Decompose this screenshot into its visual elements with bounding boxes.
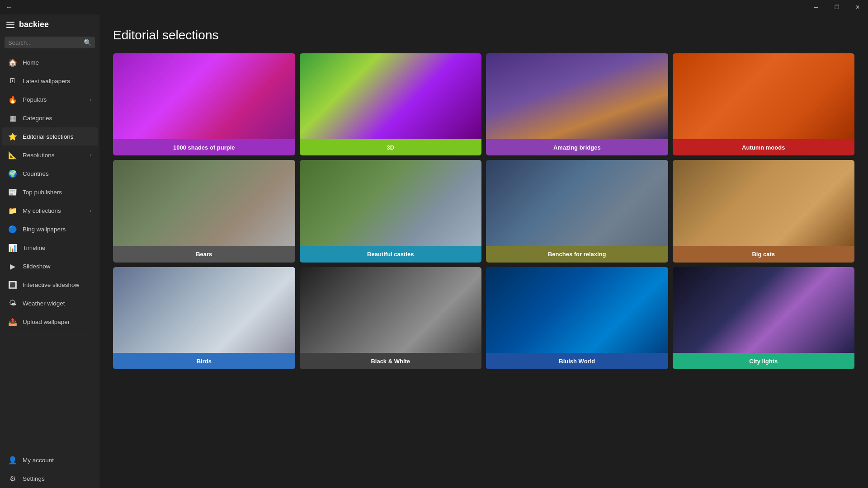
page-title: Editorial selections: [113, 28, 854, 42]
thumb-purple: [113, 53, 295, 139]
sidebar-item-home[interactable]: 🏠 Home: [2, 53, 98, 71]
sidebar-item-interactive[interactable]: 🔳 Interactive slideshow: [2, 276, 98, 294]
grid-item-birds[interactable]: Birds: [113, 267, 295, 369]
label-birds: Birds: [113, 353, 295, 369]
nav-label-editorial: Editorial selections: [23, 133, 74, 140]
sidebar-item-timeline[interactable]: 📊 Timeline: [2, 239, 98, 257]
sidebar-header: backiee: [0, 14, 99, 35]
nav-icon-bing: 🔵: [8, 225, 17, 234]
sidebar-bottom-settings[interactable]: ⚙ Settings: [2, 469, 98, 488]
thumb-bigcats: [673, 160, 855, 246]
nav-icon-latest: 🗓: [8, 76, 17, 85]
back-icon[interactable]: ←: [5, 3, 13, 11]
sidebar-item-upload[interactable]: 📤 Upload wallpaper: [2, 313, 98, 331]
nav-label-latest: Latest wallpapers: [23, 78, 70, 84]
app-title: backiee: [19, 20, 49, 29]
thumb-benches: [486, 160, 668, 246]
nav-icon-home: 🏠: [8, 58, 17, 67]
grid-item-bluish[interactable]: Bluish World: [486, 267, 668, 369]
sidebar-item-slideshow[interactable]: ▶ Slideshow: [2, 257, 98, 275]
label-3d: 3D: [300, 139, 482, 155]
thumb-3d: [300, 53, 482, 139]
nav-label-resolutions: Resolutions: [23, 152, 55, 159]
nav-icon-timeline: 📊: [8, 243, 17, 252]
grid-item-3d[interactable]: 3D: [300, 53, 482, 155]
chevron-resolutions: ›: [90, 153, 91, 158]
nav-label-top-publishers: Top publishers: [23, 189, 62, 196]
nav-icon-editorial: ⭐: [8, 132, 17, 141]
nav-icon-slideshow: ▶: [8, 262, 17, 271]
bottom-icon-settings: ⚙: [8, 474, 17, 483]
sidebar-item-bing[interactable]: 🔵 Bing wallpapers: [2, 220, 98, 238]
sidebar-item-my-collections[interactable]: 📁 My collections ›: [2, 202, 98, 220]
thumb-bridges: [486, 53, 668, 139]
sidebar-item-editorial[interactable]: ⭐ Editorial selections: [2, 127, 98, 145]
label-city: City lights: [673, 353, 855, 369]
thumb-birds: [113, 267, 295, 353]
nav-label-interactive: Interactive slideshow: [23, 282, 79, 288]
label-bears: Bears: [113, 246, 295, 263]
grid-item-bridges[interactable]: Amazing bridges: [486, 53, 668, 155]
titlebar-controls: ─ ❐ ✕: [806, 0, 868, 14]
thumb-bw: [300, 267, 482, 353]
sidebar-item-latest[interactable]: 🗓 Latest wallpapers: [2, 72, 98, 90]
grid-item-autumn[interactable]: Autumn moods: [673, 53, 855, 155]
restore-button[interactable]: ❐: [826, 0, 847, 14]
sidebar-item-top-publishers[interactable]: 📰 Top publishers: [2, 183, 98, 201]
close-button[interactable]: ✕: [847, 0, 868, 14]
nav-icon-my-collections: 📁: [8, 206, 17, 215]
bottom-label-account: My account: [23, 457, 54, 464]
nav-label-slideshow: Slideshow: [23, 263, 51, 270]
nav-label-countries: Countries: [23, 170, 49, 177]
sidebar-item-populars[interactable]: 🔥 Populars ›: [2, 90, 98, 108]
grid-item-bigcats[interactable]: Big cats: [673, 160, 855, 262]
label-bw: Black & White: [300, 353, 482, 369]
label-bigcats: Big cats: [673, 246, 855, 263]
grid-item-bw[interactable]: Black & White: [300, 267, 482, 369]
titlebar-left: ←: [5, 3, 13, 11]
chevron-my-collections: ›: [90, 208, 91, 213]
nav-label-timeline: Timeline: [23, 244, 46, 251]
minimize-button[interactable]: ─: [806, 0, 826, 14]
grid-item-castles[interactable]: Beautiful castles: [300, 160, 482, 262]
main-content: Editorial selections 1000 shades of purp…: [99, 14, 868, 488]
sidebar-bottom-account[interactable]: 👤 My account: [2, 451, 98, 469]
grid-item-city[interactable]: City lights: [673, 267, 855, 369]
sidebar-item-weather[interactable]: 🌤 Weather widget: [2, 294, 98, 312]
chevron-populars: ›: [90, 97, 91, 102]
nav-icon-upload: 📤: [8, 317, 17, 326]
nav-icon-interactive: 🔳: [8, 280, 17, 289]
bottom-icon-account: 👤: [8, 455, 17, 465]
thumb-city: [673, 267, 855, 353]
grid-item-purple[interactable]: 1000 shades of purple: [113, 53, 295, 155]
nav-icon-top-publishers: 📰: [8, 188, 17, 197]
app-layout: backiee 🔍 🏠 Home 🗓 Latest wallpapers 🔥 P…: [0, 14, 868, 488]
label-purple: 1000 shades of purple: [113, 139, 295, 155]
grid-item-benches[interactable]: Benches for relaxing: [486, 160, 668, 262]
thumb-bluish: [486, 267, 668, 353]
hamburger-icon[interactable]: [6, 22, 14, 28]
sidebar-item-categories[interactable]: ▦ Categories: [2, 109, 98, 127]
grid-item-bears[interactable]: Bears: [113, 160, 295, 262]
label-benches: Benches for relaxing: [486, 246, 668, 263]
nav-icon-categories: ▦: [8, 113, 17, 122]
bottom-label-settings: Settings: [23, 475, 45, 482]
label-bluish: Bluish World: [486, 353, 668, 369]
nav-items: 🏠 Home 🗓 Latest wallpapers 🔥 Populars › …: [0, 53, 99, 331]
search-input[interactable]: [8, 39, 81, 46]
nav-label-populars: Populars: [23, 96, 47, 103]
nav-label-upload: Upload wallpaper: [23, 319, 70, 325]
nav-label-bing: Bing wallpapers: [23, 226, 66, 233]
label-castles: Beautiful castles: [300, 246, 482, 263]
nav-icon-resolutions: 📐: [8, 150, 17, 160]
sidebar-bottom: 👤 My account ⚙ Settings: [0, 450, 99, 488]
nav-separator: [5, 334, 95, 334]
search-icon[interactable]: 🔍: [84, 39, 91, 46]
nav-icon-weather: 🌤: [8, 299, 17, 308]
titlebar: ← ─ ❐ ✕: [0, 0, 868, 14]
label-bridges: Amazing bridges: [486, 139, 668, 155]
sidebar-item-countries[interactable]: 🌍 Countries: [2, 164, 98, 183]
search-box: 🔍: [5, 37, 95, 48]
sidebar-item-resolutions[interactable]: 📐 Resolutions ›: [2, 146, 98, 164]
bottom-items: 👤 My account ⚙ Settings: [0, 451, 99, 488]
